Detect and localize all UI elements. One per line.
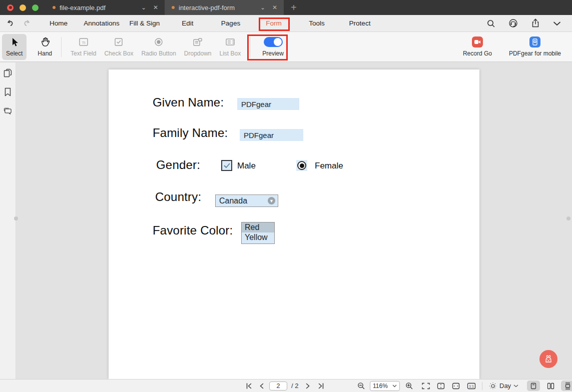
favorite-color-label: Favorite Color: <box>153 224 233 238</box>
tool-label: Record Go <box>463 50 492 57</box>
statusbar-separator <box>482 382 482 390</box>
male-checkbox[interactable] <box>221 160 232 171</box>
hand-tool-button[interactable]: Hand <box>34 34 56 60</box>
unsaved-dot-icon <box>172 6 175 9</box>
fit-page-icon[interactable] <box>422 382 430 390</box>
redo-icon[interactable] <box>23 19 31 28</box>
chevron-down-icon[interactable] <box>513 384 518 388</box>
panel-resize-handle[interactable] <box>566 216 570 220</box>
tool-label: Select <box>6 50 23 57</box>
traffic-lights <box>0 4 46 11</box>
toolbar-separator <box>61 37 62 57</box>
favorite-color-listbox[interactable]: Red Yellow <box>241 222 275 244</box>
new-tab-button[interactable]: + <box>284 0 304 15</box>
next-page-icon[interactable] <box>302 383 313 389</box>
day-mode-label[interactable]: Day <box>499 382 511 390</box>
select-tool-button[interactable]: Select <box>2 34 27 60</box>
preview-toggle[interactable]: Preview <box>258 34 288 60</box>
female-radio[interactable] <box>296 160 307 171</box>
page-thumbnails-icon[interactable] <box>4 68 13 78</box>
document-canvas: Given Name: PDFgear Family Name: PDFgear… <box>17 62 572 379</box>
actual-size-icon[interactable]: 1:1 <box>467 382 476 390</box>
dropdown-chevron-icon: ▼ <box>268 197 275 204</box>
zoom-window-button[interactable] <box>32 4 39 11</box>
list-item-red[interactable]: Red <box>242 222 274 232</box>
chevron-down-icon[interactable]: ⌄ <box>140 4 148 11</box>
last-page-icon[interactable] <box>315 383 326 389</box>
ti-glyph: TI <box>82 40 85 45</box>
menu-item-edit[interactable]: Edit <box>166 15 209 32</box>
given-name-field[interactable]: PDFgear <box>237 98 299 110</box>
fit-width-icon[interactable] <box>452 382 460 390</box>
close-icon[interactable]: ✕ <box>152 4 160 11</box>
menu-item-annotations[interactable]: Annotations <box>80 15 123 32</box>
zoom-out-icon[interactable] <box>355 382 366 390</box>
assistant-bot-button[interactable] <box>539 350 557 368</box>
list-item-yellow[interactable]: Yellow <box>242 232 274 242</box>
search-icon[interactable] <box>486 19 495 28</box>
check-box-tool-button[interactable]: Check Box <box>100 34 137 60</box>
bookmarks-icon[interactable] <box>4 88 13 96</box>
menu-item-fill-sign[interactable]: Fill & Sign <box>123 15 166 32</box>
text-field-tool-button[interactable]: TI Text Field <box>67 34 100 60</box>
record-go-button[interactable]: Record Go <box>459 34 496 60</box>
minimize-window-button[interactable] <box>20 4 26 11</box>
close-window-button[interactable] <box>7 4 14 11</box>
cursor-arrow-icon <box>10 36 19 48</box>
family-name-label: Family Name: <box>153 126 228 140</box>
menu-item-form[interactable]: Form <box>252 15 295 32</box>
panel-resize-handle[interactable] <box>14 216 18 220</box>
page-total-label: / 2 <box>291 382 298 390</box>
collapse-toolbar-chevron-icon[interactable] <box>553 21 561 26</box>
tool-label: Hand <box>38 50 52 57</box>
country-label: Country: <box>155 190 201 204</box>
menu-item-home[interactable]: Home <box>37 15 80 32</box>
male-option-label: Male <box>237 161 256 171</box>
menu-item-protect[interactable]: Protect <box>338 15 381 32</box>
radio-selected-icon <box>297 161 306 170</box>
left-panel-strip <box>0 62 16 379</box>
radio-button-tool-button[interactable]: Radio Button <box>137 34 180 60</box>
zoom-in-icon[interactable] <box>403 382 414 390</box>
tool-label: Text Field <box>71 50 96 57</box>
gender-label: Gender: <box>156 158 200 172</box>
dropdown-tool-button[interactable]: Dropdown <box>180 34 216 60</box>
check-box-icon <box>114 36 123 48</box>
single-page-view-button[interactable] <box>527 380 540 391</box>
close-icon[interactable]: ✕ <box>271 4 279 11</box>
share-icon[interactable] <box>531 18 540 28</box>
page-number-input[interactable] <box>269 382 287 390</box>
pdfgear-for-mobile-button[interactable]: PDFgear for mobile <box>505 34 565 60</box>
menu-items: Home Annotations Fill & Sign Edit Pages … <box>37 15 381 32</box>
country-dropdown[interactable]: Canada ▼ <box>215 194 278 207</box>
zoom-level-select[interactable]: 116% <box>370 381 400 391</box>
continuous-scroll-view-button[interactable] <box>561 380 572 391</box>
tab-title: file-example.pdf <box>60 4 136 12</box>
undo-icon[interactable] <box>6 19 15 28</box>
tab-interactive-pdf-form[interactable]: interactive-pdf-form ⌄ ✕ <box>165 0 284 15</box>
tab-title: interactive-pdf-form <box>179 4 255 12</box>
tab-file-example[interactable]: file-example.pdf ⌄ ✕ <box>46 0 165 15</box>
pdf-page: Given Name: PDFgear Family Name: PDFgear… <box>109 70 479 379</box>
chevron-down-icon[interactable]: ⌄ <box>259 4 267 11</box>
two-page-view-button[interactable] <box>544 380 557 391</box>
menu-item-tools[interactable]: Tools <box>295 15 338 32</box>
menu-item-pages[interactable]: Pages <box>209 15 252 32</box>
tool-label: List Box <box>220 50 241 57</box>
list-box-tool-button[interactable]: List Box <box>216 34 245 60</box>
previous-page-icon[interactable] <box>256 383 267 389</box>
title-bar: file-example.pdf ⌄ ✕ interactive-pdf-for… <box>0 0 572 15</box>
tool-label: PDFgear for mobile <box>509 50 561 57</box>
toggle-on-icon[interactable] <box>264 37 283 47</box>
toolbar-separator <box>250 37 250 57</box>
comments-icon[interactable] <box>4 106 13 116</box>
unsaved-dot-icon <box>53 6 56 9</box>
record-go-icon <box>472 36 483 48</box>
support-headset-icon[interactable] <box>508 18 518 28</box>
text-field-icon: TI <box>79 36 89 48</box>
mobile-phone-icon <box>529 36 540 48</box>
family-name-field[interactable]: PDFgear <box>240 129 303 141</box>
first-page-icon[interactable] <box>243 383 254 389</box>
fit-height-icon[interactable] <box>437 382 445 390</box>
list-box-icon <box>225 36 235 48</box>
